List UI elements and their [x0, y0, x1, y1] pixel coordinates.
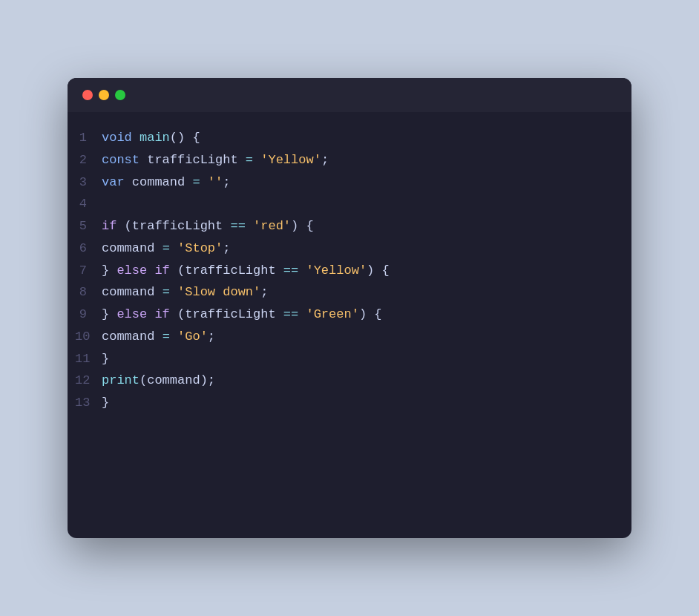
whitespace: [298, 307, 306, 321]
keyword-control: else if: [116, 307, 169, 321]
punctuation: ) {: [359, 307, 382, 321]
line-number: 12: [75, 370, 102, 392]
variable-name: trafficLight: [185, 263, 275, 278]
punctuation: (: [140, 373, 147, 387]
punctuation: ;: [321, 153, 329, 167]
line-number: 1: [75, 127, 102, 149]
variable-name: trafficLight: [185, 307, 275, 321]
line-number: 10: [75, 326, 102, 348]
whitespace: [154, 285, 162, 299]
line-number: 2: [75, 149, 102, 171]
code-line: 12 print(command);: [75, 370, 624, 392]
punctuation: ) {: [291, 219, 314, 233]
punctuation: ) {: [367, 263, 390, 278]
punctuation: () {: [170, 131, 200, 145]
line-number: 7: [75, 260, 102, 282]
operator: =: [246, 153, 253, 167]
line-number: 5: [75, 215, 102, 237]
punctuation: }: [102, 396, 109, 410]
whitespace: [170, 307, 177, 321]
code-line: 8 command = 'Slow down';: [75, 281, 624, 304]
whitespace: [154, 241, 162, 255]
line-number: 11: [75, 348, 102, 370]
code-line: 13}: [75, 392, 624, 414]
string-value: 'Yellow': [306, 263, 367, 278]
line-number: 3: [75, 171, 102, 194]
whitespace: [125, 175, 132, 189]
line-content: if (trafficLight == 'red') {: [102, 215, 314, 237]
minimize-button[interactable]: [99, 90, 109, 100]
keyword-type: var: [102, 175, 125, 189]
code-line: 4: [75, 193, 624, 215]
function-name: print: [102, 373, 140, 387]
line-content: const trafficLight = 'Yellow';: [102, 149, 329, 171]
operator: =: [163, 241, 170, 255]
line-content: } else if (trafficLight == 'Yellow') {: [102, 260, 390, 282]
variable-name: trafficLight: [147, 153, 237, 167]
keyword-control: if: [102, 219, 116, 233]
code-line: 6 command = 'Stop';: [75, 237, 624, 260]
variable-name: command: [102, 285, 154, 299]
punctuation: }: [102, 307, 116, 321]
titlebar: [68, 78, 631, 112]
punctuation: }: [102, 352, 109, 366]
whitespace: [253, 153, 260, 167]
code-line: 7 } else if (trafficLight == 'Yellow') {: [75, 260, 624, 282]
whitespace: [298, 263, 306, 278]
code-line: 5 if (trafficLight == 'red') {: [75, 215, 624, 237]
operator: =: [163, 330, 170, 344]
whitespace: [170, 330, 177, 344]
operator: ==: [283, 307, 298, 321]
line-number: 9: [75, 304, 102, 326]
whitespace: [246, 219, 253, 233]
line-content: command = 'Stop';: [102, 237, 230, 260]
line-content: var command = '';: [102, 171, 230, 194]
operator: =: [192, 175, 200, 189]
line-number: 6: [75, 237, 102, 260]
whitespace: [132, 131, 140, 145]
punctuation: (: [125, 219, 132, 233]
code-line: 2 const trafficLight = 'Yellow';: [75, 149, 624, 171]
code-line: 11 }: [75, 348, 624, 370]
variable-name: command: [132, 175, 185, 189]
code-line: 1void main() {: [75, 127, 624, 149]
line-content: void main() {: [102, 127, 200, 149]
function-name: main: [140, 131, 170, 145]
variable-name: trafficLight: [132, 219, 223, 233]
line-content: }: [102, 392, 109, 414]
punctuation: ;: [260, 285, 268, 299]
code-line: 10 command = 'Go';: [75, 326, 624, 348]
whitespace: [185, 175, 192, 189]
punctuation: ;: [223, 241, 230, 255]
whitespace: [154, 330, 162, 344]
maximize-button[interactable]: [115, 90, 125, 100]
punctuation: }: [102, 263, 116, 278]
whitespace: [170, 241, 177, 255]
operator: ==: [283, 263, 298, 278]
line-number: 4: [75, 193, 102, 215]
punctuation: );: [200, 373, 215, 387]
whitespace: [238, 153, 246, 167]
keyword-type: void: [102, 131, 132, 145]
close-button[interactable]: [82, 90, 93, 100]
string-value: 'Yellow': [260, 153, 321, 167]
punctuation: ;: [223, 175, 230, 189]
string-value: '': [208, 175, 223, 189]
code-line: 3 var command = '';: [75, 171, 624, 194]
whitespace: [170, 285, 177, 299]
line-content: }: [102, 348, 109, 370]
variable-name: command: [102, 241, 154, 255]
whitespace: [223, 219, 230, 233]
whitespace: [140, 153, 147, 167]
string-value: 'red': [253, 219, 291, 233]
string-value: 'Slow down': [177, 285, 260, 299]
punctuation: (: [177, 263, 185, 278]
line-content: command = 'Slow down';: [102, 281, 268, 304]
line-number: 13: [75, 392, 102, 414]
line-content: } else if (trafficLight == 'Green') {: [102, 304, 382, 326]
whitespace: [116, 219, 124, 233]
string-value: 'Go': [177, 330, 208, 344]
line-number: 8: [75, 281, 102, 304]
whitespace: [276, 307, 283, 321]
keyword-control: else if: [116, 263, 169, 278]
